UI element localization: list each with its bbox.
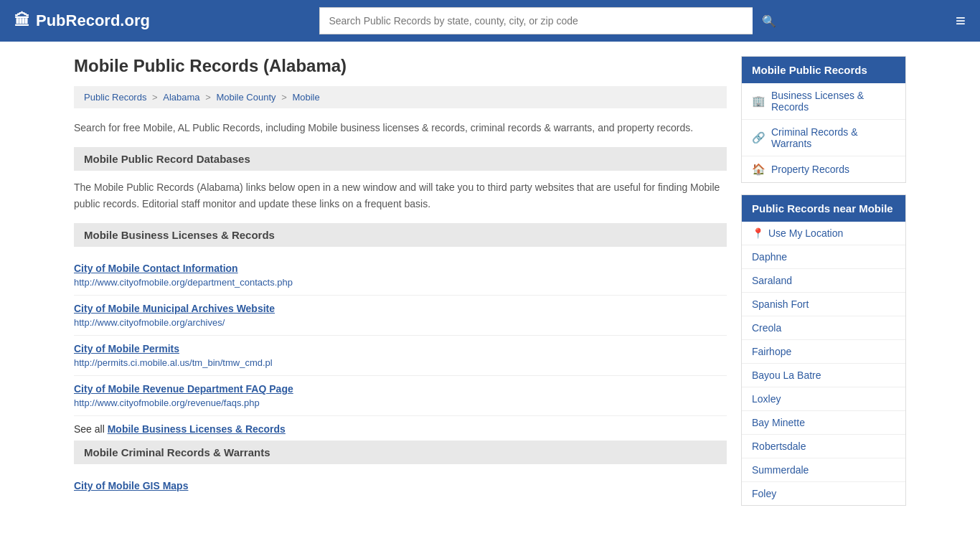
record-entry-gis: City of Mobile GIS Maps xyxy=(74,473,727,501)
nearby-item-fairhope[interactable]: Fairhope xyxy=(742,340,905,364)
nearby-link-foley[interactable]: Foley xyxy=(752,488,776,499)
nearby-item-daphne[interactable]: Daphne xyxy=(742,245,905,269)
record-link-3[interactable]: City of Mobile Permits xyxy=(74,343,727,354)
search-container: 🔍 xyxy=(319,7,786,34)
breadcrumb-sep-2: > xyxy=(205,92,213,103)
content-area: Mobile Public Records (Alabama) Public R… xyxy=(74,56,727,506)
nearby-link-creola[interactable]: Creola xyxy=(752,322,781,334)
breadcrumb-mobile[interactable]: Mobile xyxy=(292,92,319,103)
breadcrumb-sep-3: > xyxy=(281,92,289,103)
nearby-item-robertsdale[interactable]: Robertsdale xyxy=(742,435,905,458)
record-link-2[interactable]: City of Mobile Municipal Archives Websit… xyxy=(74,303,727,314)
use-location-row[interactable]: 📍 Use My Location xyxy=(742,222,905,245)
building-icon: 🏢 xyxy=(752,95,765,108)
search-input[interactable] xyxy=(319,7,753,34)
search-button[interactable]: 🔍 xyxy=(753,7,786,34)
nearby-link-bayou[interactable]: Bayou La Batre xyxy=(752,369,821,381)
breadcrumb-sep-1: > xyxy=(152,92,160,103)
record-link-gis[interactable]: City of Mobile GIS Maps xyxy=(74,480,727,491)
breadcrumb-mobile-county[interactable]: Mobile County xyxy=(216,92,275,103)
search-icon: 🔍 xyxy=(762,15,776,27)
sidebar-link-business-licenses[interactable]: Business Licenses & Records xyxy=(771,90,895,113)
nearby-link-fairhope[interactable]: Fairhope xyxy=(752,346,791,357)
section-header-business: Mobile Business Licenses & Records xyxy=(74,223,727,247)
breadcrumb: Public Records > Alabama > Mobile County… xyxy=(74,86,727,108)
record-entry-3: City of Mobile Permits http://permits.ci… xyxy=(74,336,727,376)
nearby-item-summerdale[interactable]: Summerdale xyxy=(742,458,905,482)
sidebar-item-business-licenses[interactable]: 🏢 Business Licenses & Records xyxy=(742,83,905,120)
nearby-link-saraland[interactable]: Saraland xyxy=(752,275,792,286)
sidebar-item-property-records[interactable]: 🏠 Property Records xyxy=(742,156,905,182)
nearby-item-foley[interactable]: Foley xyxy=(742,482,905,505)
page-description: Search for free Mobile, AL Public Record… xyxy=(74,120,727,136)
location-pin-icon: 📍 xyxy=(752,227,764,239)
breadcrumb-alabama[interactable]: Alabama xyxy=(163,92,199,103)
sidebar-link-property-records[interactable]: Property Records xyxy=(771,164,849,175)
nearby-link-daphne[interactable]: Daphne xyxy=(752,251,787,263)
record-url-3[interactable]: http://permits.ci.mobile.al.us/tm_bin/tm… xyxy=(74,357,273,368)
main-container: Mobile Public Records (Alabama) Public R… xyxy=(60,42,920,520)
nearby-link-summerdale[interactable]: Summerdale xyxy=(752,464,809,476)
breadcrumb-public-records[interactable]: Public Records xyxy=(84,92,146,103)
see-all-business: See all Mobile Business Licenses & Recor… xyxy=(74,416,727,438)
record-link-4[interactable]: City of Mobile Revenue Department FAQ Pa… xyxy=(74,383,727,395)
sidebar-link-criminal-records[interactable]: Criminal Records & Warrants xyxy=(771,126,895,149)
nearby-item-saraland[interactable]: Saraland xyxy=(742,269,905,293)
nearby-item-loxley[interactable]: Loxley xyxy=(742,387,905,411)
record-url-2[interactable]: http://www.cityofmobile.org/archives/ xyxy=(74,317,225,328)
record-entry-1: City of Mobile Contact Information http:… xyxy=(74,255,727,296)
section-header-criminal: Mobile Criminal Records & Warrants xyxy=(74,441,727,464)
record-url-1[interactable]: http://www.cityofmobile.org/department_c… xyxy=(74,277,293,288)
sidebar-mobile-records-title: Mobile Public Records xyxy=(742,57,905,83)
logo-text: PubRecord.org xyxy=(36,11,150,30)
nearby-item-bay-minette[interactable]: Bay Minette xyxy=(742,411,905,435)
home-icon: 🏠 xyxy=(752,163,765,176)
sidebar-mobile-records-box: Mobile Public Records 🏢 Business License… xyxy=(741,56,906,183)
logo[interactable]: 🏛 PubRecord.org xyxy=(14,11,150,30)
nearby-item-bayou[interactable]: Bayou La Batre xyxy=(742,364,905,387)
databases-description: The Mobile Public Records (Alabama) link… xyxy=(74,179,727,212)
record-entry-4: City of Mobile Revenue Department FAQ Pa… xyxy=(74,376,727,416)
logo-icon: 🏛 xyxy=(14,11,30,30)
section-header-databases: Mobile Public Record Databases xyxy=(74,147,727,171)
use-location-link[interactable]: Use My Location xyxy=(768,227,843,239)
record-link-1[interactable]: City of Mobile Contact Information xyxy=(74,263,727,274)
nearby-item-spanish-fort[interactable]: Spanish Fort xyxy=(742,293,905,316)
see-all-business-link[interactable]: Mobile Business Licenses & Records xyxy=(108,423,286,435)
header: 🏛 PubRecord.org 🔍 ≡ xyxy=(0,0,980,42)
nearby-link-spanish-fort[interactable]: Spanish Fort xyxy=(752,298,809,310)
sidebar-item-criminal-records[interactable]: 🔗 Criminal Records & Warrants xyxy=(742,120,905,156)
nearby-title: Public Records near Mobile xyxy=(742,195,905,222)
nearby-item-creola[interactable]: Creola xyxy=(742,316,905,340)
nearby-link-robertsdale[interactable]: Robertsdale xyxy=(752,441,806,452)
menu-icon[interactable]: ≡ xyxy=(956,11,966,31)
link-icon: 🔗 xyxy=(752,131,765,144)
sidebar: Mobile Public Records 🏢 Business License… xyxy=(741,56,906,506)
nearby-link-loxley[interactable]: Loxley xyxy=(752,393,781,405)
nearby-box: Public Records near Mobile 📍 Use My Loca… xyxy=(741,194,906,506)
page-title: Mobile Public Records (Alabama) xyxy=(74,56,727,76)
record-url-4[interactable]: http://www.cityofmobile.org/revenue/faqs… xyxy=(74,397,260,408)
record-entry-2: City of Mobile Municipal Archives Websit… xyxy=(74,296,727,336)
nearby-link-bay-minette[interactable]: Bay Minette xyxy=(752,417,805,428)
